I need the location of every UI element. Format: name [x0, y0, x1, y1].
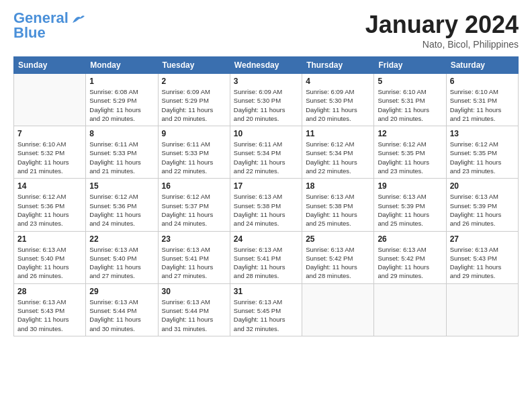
- day-info: Sunrise: 6:11 AM Sunset: 5:34 PM Dayligh…: [234, 140, 298, 175]
- calendar-cell: 30Sunrise: 6:13 AM Sunset: 5:44 PM Dayli…: [158, 283, 230, 336]
- weekday-header: Saturday: [446, 57, 518, 74]
- day-number: 6: [450, 77, 515, 86]
- day-info: Sunrise: 6:13 AM Sunset: 5:41 PM Dayligh…: [234, 245, 298, 281]
- calendar-week-row: 14Sunrise: 6:12 AM Sunset: 5:36 PM Dayli…: [14, 179, 519, 231]
- calendar-cell: 23Sunrise: 6:13 AM Sunset: 5:41 PM Dayli…: [158, 231, 230, 283]
- day-info: Sunrise: 6:13 AM Sunset: 5:38 PM Dayligh…: [306, 192, 370, 228]
- day-info: Sunrise: 6:13 AM Sunset: 5:43 PM Dayligh…: [17, 298, 82, 333]
- calendar-cell: 3Sunrise: 6:09 AM Sunset: 5:30 PM Daylig…: [230, 74, 302, 126]
- calendar-cell: [446, 283, 518, 336]
- day-info: Sunrise: 6:13 AM Sunset: 5:39 PM Dayligh…: [378, 192, 442, 228]
- day-info: Sunrise: 6:13 AM Sunset: 5:44 PM Dayligh…: [162, 298, 226, 333]
- calendar-title: January 2024: [365, 11, 519, 39]
- day-number: 1: [89, 77, 154, 86]
- day-number: 28: [17, 287, 82, 296]
- calendar-cell: 15Sunrise: 6:12 AM Sunset: 5:36 PM Dayli…: [86, 179, 158, 231]
- day-number: 24: [234, 234, 298, 244]
- day-info: Sunrise: 6:09 AM Sunset: 5:30 PM Dayligh…: [306, 87, 370, 123]
- day-info: Sunrise: 6:12 AM Sunset: 5:34 PM Dayligh…: [306, 140, 370, 175]
- calendar-cell: 18Sunrise: 6:13 AM Sunset: 5:38 PM Dayli…: [302, 179, 374, 231]
- day-number: 4: [306, 77, 370, 86]
- weekday-header: Friday: [374, 57, 446, 74]
- day-number: 26: [378, 234, 442, 244]
- calendar-cell: 16Sunrise: 6:12 AM Sunset: 5:37 PM Dayli…: [158, 179, 230, 231]
- calendar-cell: 31Sunrise: 6:13 AM Sunset: 5:45 PM Dayli…: [230, 283, 302, 336]
- day-number: 11: [306, 129, 370, 138]
- day-info: Sunrise: 6:08 AM Sunset: 5:29 PM Dayligh…: [89, 87, 154, 123]
- day-info: Sunrise: 6:13 AM Sunset: 5:38 PM Dayligh…: [234, 192, 298, 228]
- day-info: Sunrise: 6:13 AM Sunset: 5:42 PM Dayligh…: [378, 245, 442, 281]
- calendar-subtitle: Nato, Bicol, Philippines: [365, 39, 519, 50]
- day-number: 23: [162, 234, 226, 244]
- day-info: Sunrise: 6:13 AM Sunset: 5:44 PM Dayligh…: [89, 298, 154, 333]
- logo-blue: Blue: [13, 24, 46, 41]
- day-info: Sunrise: 6:13 AM Sunset: 5:39 PM Dayligh…: [450, 192, 515, 228]
- day-info: Sunrise: 6:12 AM Sunset: 5:37 PM Dayligh…: [162, 192, 226, 228]
- day-number: 3: [234, 77, 298, 86]
- calendar-cell: 28Sunrise: 6:13 AM Sunset: 5:43 PM Dayli…: [14, 283, 86, 336]
- day-info: Sunrise: 6:10 AM Sunset: 5:31 PM Dayligh…: [378, 87, 442, 123]
- day-number: 2: [162, 77, 226, 86]
- day-number: 14: [17, 181, 82, 191]
- day-number: 9: [162, 129, 226, 138]
- day-number: 27: [450, 234, 515, 244]
- day-number: 12: [378, 129, 442, 138]
- day-number: 31: [234, 287, 298, 296]
- day-info: Sunrise: 6:10 AM Sunset: 5:31 PM Dayligh…: [450, 87, 515, 123]
- day-info: Sunrise: 6:13 AM Sunset: 5:45 PM Dayligh…: [234, 298, 298, 333]
- day-number: 15: [89, 181, 154, 191]
- day-info: Sunrise: 6:11 AM Sunset: 5:33 PM Dayligh…: [162, 140, 226, 175]
- calendar-cell: 7Sunrise: 6:10 AM Sunset: 5:32 PM Daylig…: [14, 126, 86, 179]
- day-info: Sunrise: 6:12 AM Sunset: 5:35 PM Dayligh…: [378, 140, 442, 175]
- day-info: Sunrise: 6:12 AM Sunset: 5:36 PM Dayligh…: [17, 192, 82, 228]
- day-number: 22: [89, 234, 154, 244]
- weekday-header: Monday: [86, 57, 158, 74]
- header: General Blue January 2024 Nato, Bicol, P…: [13, 11, 519, 50]
- calendar-cell: 29Sunrise: 6:13 AM Sunset: 5:44 PM Dayli…: [86, 283, 158, 336]
- calendar-cell: 20Sunrise: 6:13 AM Sunset: 5:39 PM Dayli…: [446, 179, 518, 231]
- day-info: Sunrise: 6:09 AM Sunset: 5:29 PM Dayligh…: [162, 87, 226, 123]
- calendar-cell: 2Sunrise: 6:09 AM Sunset: 5:29 PM Daylig…: [158, 74, 230, 126]
- calendar-table: SundayMondayTuesdayWednesdayThursdayFrid…: [13, 56, 519, 336]
- day-number: 21: [17, 234, 82, 244]
- calendar-cell: 6Sunrise: 6:10 AM Sunset: 5:31 PM Daylig…: [446, 74, 518, 126]
- day-number: 20: [450, 181, 515, 191]
- logo-text: General Blue: [13, 11, 69, 40]
- day-info: Sunrise: 6:13 AM Sunset: 5:40 PM Dayligh…: [17, 245, 82, 281]
- calendar-cell: 25Sunrise: 6:13 AM Sunset: 5:42 PM Dayli…: [302, 231, 374, 283]
- weekday-header-row: SundayMondayTuesdayWednesdayThursdayFrid…: [14, 57, 519, 74]
- day-number: 19: [378, 181, 442, 191]
- weekday-header: Thursday: [302, 57, 374, 74]
- calendar-cell: 14Sunrise: 6:12 AM Sunset: 5:36 PM Dayli…: [14, 179, 86, 231]
- day-info: Sunrise: 6:09 AM Sunset: 5:30 PM Dayligh…: [234, 87, 298, 123]
- day-info: Sunrise: 6:10 AM Sunset: 5:32 PM Dayligh…: [17, 140, 82, 175]
- day-number: 29: [89, 287, 154, 296]
- day-info: Sunrise: 6:12 AM Sunset: 5:36 PM Dayligh…: [89, 192, 154, 228]
- day-number: 30: [162, 287, 226, 296]
- calendar-cell: 1Sunrise: 6:08 AM Sunset: 5:29 PM Daylig…: [86, 74, 158, 126]
- page: General Blue January 2024 Nato, Bicol, P…: [0, 0, 532, 411]
- calendar-cell: 19Sunrise: 6:13 AM Sunset: 5:39 PM Dayli…: [374, 179, 446, 231]
- day-number: 17: [234, 181, 298, 191]
- day-info: Sunrise: 6:13 AM Sunset: 5:42 PM Dayligh…: [306, 245, 370, 281]
- day-number: 5: [378, 77, 442, 86]
- weekday-header: Sunday: [14, 57, 86, 74]
- calendar-cell: 24Sunrise: 6:13 AM Sunset: 5:41 PM Dayli…: [230, 231, 302, 283]
- day-info: Sunrise: 6:13 AM Sunset: 5:41 PM Dayligh…: [162, 245, 226, 281]
- calendar-week-row: 28Sunrise: 6:13 AM Sunset: 5:43 PM Dayli…: [14, 283, 519, 336]
- day-number: 25: [306, 234, 370, 244]
- day-info: Sunrise: 6:11 AM Sunset: 5:33 PM Dayligh…: [89, 140, 154, 175]
- calendar-cell: [302, 283, 374, 336]
- calendar-cell: 12Sunrise: 6:12 AM Sunset: 5:35 PM Dayli…: [374, 126, 446, 179]
- calendar-cell: 4Sunrise: 6:09 AM Sunset: 5:30 PM Daylig…: [302, 74, 374, 126]
- logo: General Blue: [13, 11, 86, 40]
- calendar-cell: 5Sunrise: 6:10 AM Sunset: 5:31 PM Daylig…: [374, 74, 446, 126]
- day-info: Sunrise: 6:13 AM Sunset: 5:43 PM Dayligh…: [450, 245, 515, 281]
- day-number: 16: [162, 181, 226, 191]
- calendar-cell: 21Sunrise: 6:13 AM Sunset: 5:40 PM Dayli…: [14, 231, 86, 283]
- calendar-cell: 11Sunrise: 6:12 AM Sunset: 5:34 PM Dayli…: [302, 126, 374, 179]
- logo-bird-icon: [71, 13, 86, 26]
- calendar-cell: 10Sunrise: 6:11 AM Sunset: 5:34 PM Dayli…: [230, 126, 302, 179]
- calendar-week-row: 1Sunrise: 6:08 AM Sunset: 5:29 PM Daylig…: [14, 74, 519, 126]
- day-info: Sunrise: 6:12 AM Sunset: 5:35 PM Dayligh…: [450, 140, 515, 175]
